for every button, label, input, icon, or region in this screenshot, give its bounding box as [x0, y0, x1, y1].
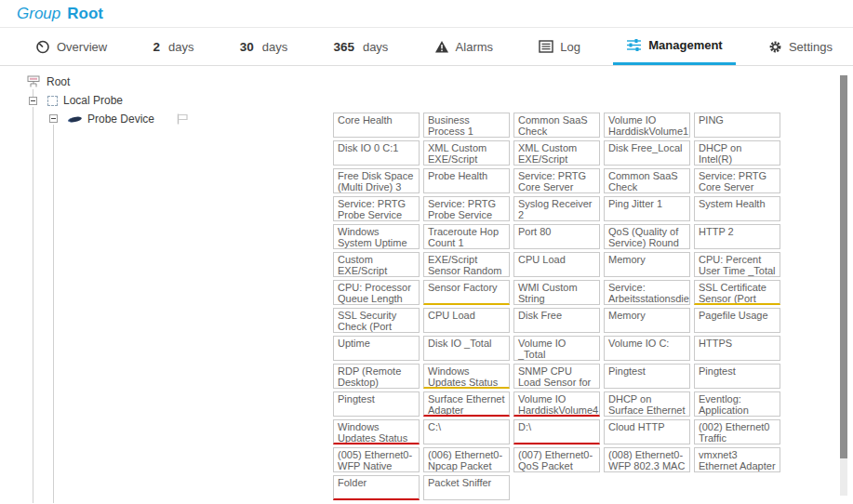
vertical-scrollbar[interactable]	[840, 75, 847, 496]
sensor-card[interactable]: Pingtest	[333, 391, 420, 417]
sensor-card[interactable]: Eventlog: Application	[694, 391, 780, 417]
sensor-card[interactable]: Volume IO _Total	[513, 336, 600, 361]
sliders-icon	[626, 38, 642, 52]
sensor-card[interactable]: Windows System Uptime 2	[333, 224, 420, 249]
sensor-card[interactable]: Service: PRTG Core Server Service	[694, 168, 780, 193]
sensor-card[interactable]: Probe Health	[423, 168, 510, 193]
collapse-toggle-local-probe[interactable]	[29, 97, 37, 105]
sensor-card[interactable]: HTTPS	[694, 336, 780, 361]
sensor-card[interactable]: Ping Jitter 1	[604, 196, 690, 221]
sensor-card[interactable]: System Health	[694, 196, 780, 221]
sensor-card[interactable]: DHCP on Intel(R) PRO/1000 MT	[694, 140, 780, 166]
tree-label-local-probe[interactable]: Local Probe	[63, 94, 123, 107]
page-header: GroupRoot	[0, 0, 853, 28]
sensor-card[interactable]: Syslog Receiver 2	[513, 196, 600, 221]
sensor-card[interactable]: Business Process 1	[423, 113, 510, 138]
sensor-card[interactable]: Windows Updates Status	[333, 419, 420, 444]
sensor-card[interactable]: Disk Free	[513, 308, 600, 333]
sensor-card[interactable]: (002) Ethernet0 Traffic	[694, 419, 780, 444]
sensor-card[interactable]: Windows Updates Status	[423, 364, 510, 389]
sensor-card[interactable]: XML Custom EXE/Script Sensor	[423, 140, 510, 166]
sensor-card[interactable]: Traceroute Hop Count 1	[423, 224, 510, 249]
sensor-card[interactable]: (008) Ethernet0-WFP 802.3 MAC	[604, 447, 690, 472]
tab-number: 30	[240, 40, 254, 54]
sensor-card[interactable]: SSL Certificate Sensor (Port 443)	[694, 280, 780, 305]
sensor-card[interactable]: Core Health	[333, 113, 420, 138]
flag-icon	[177, 113, 189, 125]
sensor-card[interactable]: PING	[694, 113, 780, 138]
sensor-card[interactable]: XML Custom EXE/Script Sensor	[513, 140, 600, 166]
sensor-card[interactable]: EXE/Script Sensor Random number	[423, 252, 510, 277]
sensor-card[interactable]: Memory	[604, 308, 690, 333]
sensor-card[interactable]: QoS (Quality of Service) Round Trip	[604, 224, 690, 249]
sensor-card[interactable]: Cloud HTTP	[604, 419, 690, 444]
tab-label: days	[262, 40, 287, 54]
tree-item-local-probe[interactable]: Local Probe	[47, 94, 123, 107]
sensor-card[interactable]: Pagefile Usage	[694, 308, 780, 333]
sensor-card[interactable]: CPU: Percent User Time _Total	[694, 252, 780, 277]
tab-2-days[interactable]: 2 days	[140, 28, 207, 65]
probe-icon	[47, 96, 58, 106]
sensor-card[interactable]: CPU: Processor Queue Length	[333, 280, 420, 305]
sensor-card[interactable]: Disk IO 0 C:1	[333, 140, 420, 166]
alarm-triangle-icon	[434, 40, 449, 54]
sensor-card[interactable]: Port 80	[513, 224, 600, 249]
device-icon	[68, 115, 83, 123]
tree-label-probe-device[interactable]: Probe Device	[87, 113, 154, 126]
collapse-toggle-probe-device[interactable]	[49, 114, 58, 123]
tab-settings[interactable]: Settings	[755, 28, 846, 65]
tree-item-probe-device[interactable]: Probe Device	[68, 113, 189, 126]
sensor-card[interactable]: WMI Custom String	[513, 280, 600, 305]
sensor-card[interactable]: Service: PRTG Probe Service	[423, 196, 510, 221]
tab-bar: Overview 2 days 30 days 365 days Alarms …	[0, 28, 853, 66]
sensor-card[interactable]: SNMP CPU Load Sensor for Asako	[513, 364, 600, 389]
tree-label-root[interactable]: Root	[47, 75, 70, 88]
tab-log[interactable]: Log	[526, 28, 593, 65]
tab-30-days[interactable]: 30 days	[227, 28, 301, 65]
tab-overview[interactable]: Overview	[22, 28, 120, 65]
sensor-card[interactable]: Disk IO _Total	[423, 336, 510, 361]
sensor-card[interactable]: vmxnet3 Ethernet Adapter	[694, 447, 780, 472]
tab-alarms[interactable]: Alarms	[421, 28, 506, 65]
tab-365-days[interactable]: 365 days	[320, 28, 401, 65]
sensor-card[interactable]: Folder	[333, 475, 420, 500]
sensor-card[interactable]: Custom EXE/Script Sensor 1	[333, 252, 420, 277]
sensor-card[interactable]: Service: PRTG Core Server Service	[513, 168, 600, 193]
sensor-card[interactable]: (007) Ethernet0-QoS Packet	[513, 447, 600, 472]
sensor-card[interactable]: Volume IO HarddiskVolume4	[513, 391, 600, 417]
sensor-card[interactable]: Packet Sniffer	[423, 475, 510, 500]
sensor-card[interactable]: Service: PRTG Probe Service	[333, 196, 420, 221]
sensor-card[interactable]: Pingtest	[694, 364, 780, 389]
tab-label: Alarms	[456, 40, 493, 54]
scrollbar-thumb[interactable]	[840, 75, 847, 458]
sensor-card[interactable]: Common SaaS Check	[513, 113, 600, 138]
sensor-card[interactable]: (005) Ethernet0-WFP Native MAC	[333, 447, 420, 472]
sensor-card[interactable]: Disk Free_Local	[604, 140, 690, 166]
tree-item-root[interactable]: Root	[27, 75, 70, 88]
sensor-card[interactable]: CPU Load	[513, 252, 600, 277]
tab-label: Management	[648, 38, 722, 52]
sensor-card[interactable]: Uptime	[333, 336, 420, 361]
sensor-card[interactable]: Service: Arbeitsstationsdie...	[604, 280, 690, 305]
sensor-card[interactable]: D:\	[513, 419, 600, 444]
tab-label: Settings	[789, 40, 833, 54]
sensor-card[interactable]: Surface Ethernet Adapter	[423, 391, 510, 417]
tab-number: 365	[333, 40, 354, 54]
sensor-card[interactable]: HTTP 2	[694, 224, 780, 249]
sensor-card[interactable]: Common SaaS Check	[604, 168, 690, 193]
sensor-card[interactable]: Memory	[604, 252, 690, 277]
sensor-card[interactable]: SSL Security Check (Port 443)	[333, 308, 420, 333]
sensor-card[interactable]: (006) Ethernet0-Npcap Packet	[423, 447, 510, 472]
tab-management[interactable]: Management	[613, 28, 735, 65]
sensor-card[interactable]: CPU Load	[423, 308, 510, 333]
page-title: Root	[67, 5, 103, 22]
sensor-card[interactable]: RDP (Remote Desktop)	[333, 364, 420, 389]
sensor-card[interactable]: C:\	[423, 419, 510, 444]
sensor-card[interactable]: DHCP on Surface Ethernet Adapter	[604, 391, 690, 417]
sensor-card[interactable]: Pingtest	[604, 364, 690, 389]
sensor-card[interactable]: Sensor Factory	[423, 280, 510, 305]
sensor-card[interactable]: Free Disk Space (Multi Drive) 3	[333, 168, 420, 193]
tab-label: Overview	[57, 40, 107, 54]
sensor-card[interactable]: Volume IO HarddiskVolume1	[604, 113, 690, 138]
sensor-card[interactable]: Volume IO C:	[604, 336, 690, 361]
